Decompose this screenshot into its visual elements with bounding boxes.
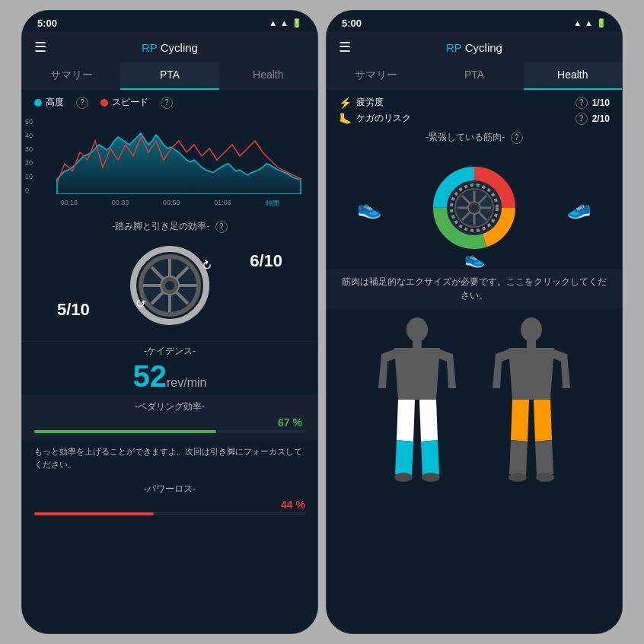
chart-y-labels: 50 40 30 20 10 0: [25, 118, 33, 194]
score-left: 5/10: [57, 300, 90, 320]
pedaling-bar-container: [34, 430, 305, 433]
fatigue-icon: ⚡: [339, 97, 352, 109]
muscle-help[interactable]: ?: [511, 132, 523, 144]
health-tip-text[interactable]: 筋肉は補足的なエクサイズが必要です。ここをクリックしてください。: [327, 269, 622, 308]
legend-altitude: 高度: [34, 96, 64, 109]
app-header-right: ☰ RP Cycling: [327, 32, 622, 62]
app-header-left: ☰ RP Cycling: [22, 32, 317, 62]
status-bar-left: 5:00 ▲ ▲ 🔋: [22, 11, 317, 32]
donut-container: 👟 👟 👟: [327, 147, 622, 269]
battery-icon: 🔋: [292, 18, 302, 28]
svg-point-28: [422, 473, 440, 482]
altitude-help[interactable]: ?: [76, 97, 88, 109]
status-bar-right: 5:00 ▲ ▲ 🔋: [327, 11, 622, 32]
legend-speed: スピード: [100, 96, 148, 109]
speed-help[interactable]: ?: [161, 97, 173, 109]
svg-point-32: [536, 473, 554, 482]
injury-help[interactable]: ?: [575, 113, 588, 125]
svg-point-25: [406, 317, 428, 342]
body-back: [482, 316, 581, 491]
tab-summary-left[interactable]: サマリー: [22, 62, 120, 90]
gear-svg: ↻ ↺: [128, 244, 212, 327]
tabs-row-left: サマリー PTA Health: [22, 62, 317, 90]
battery-icon-r: 🔋: [596, 18, 607, 28]
power-loss-label: -パワーロス-: [34, 483, 305, 496]
efficiency-title: -踏み脚と引き足の効率- ?: [34, 220, 305, 233]
injury-row: 🦶 ケガのリスク ? 2/10: [339, 112, 610, 125]
pedaling-section: -ペダリング効率- 67 %: [22, 394, 317, 439]
app-title-right: RP Cycling: [446, 41, 502, 54]
score-right: 6/10: [250, 251, 282, 271]
shoe-bottom-icon: 👟: [464, 249, 485, 269]
shoe-right-icon: 👟: [567, 196, 591, 220]
svg-rect-26: [413, 340, 422, 348]
status-time-right: 5:00: [342, 18, 362, 29]
shoe-left-icon: 👟: [357, 196, 381, 220]
svg-point-29: [521, 317, 542, 342]
cadence-label: -ケイデンス-: [34, 345, 305, 358]
tab-health-left[interactable]: Health: [219, 62, 317, 90]
fatigue-row: ⚡ 疲労度 ? 1/10: [339, 96, 610, 109]
cadence-value: 52rev/min: [34, 361, 305, 391]
legend-row: 高度 ? スピード ?: [22, 90, 317, 115]
pedaling-bar-fill: [34, 430, 216, 433]
wifi-icon: ▲: [280, 18, 289, 27]
tip-text: もっと効率を上げることができますよ。次回は引き脚にフォーカスしてください。: [22, 439, 317, 477]
rp-text-r: RP: [446, 41, 462, 54]
phone-right: 5:00 ▲ ▲ 🔋 ☰ RP Cycling サマリー PTA Health: [326, 10, 623, 634]
status-time-left: 5:00: [37, 18, 57, 29]
chart-svg: [46, 118, 311, 194]
signal-icon-r: ▲: [573, 18, 582, 27]
hamburger-menu-right[interactable]: ☰: [339, 39, 351, 56]
fatigue-value: 1/10: [592, 97, 610, 108]
svg-point-23: [471, 205, 477, 211]
power-loss-row: 44 %: [34, 499, 305, 511]
body-front: [368, 316, 467, 491]
pedaling-progress-row: 67 %: [34, 416, 305, 429]
app-title-left: RP Cycling: [142, 41, 198, 54]
injury-icon: 🦶: [339, 113, 352, 125]
power-bar-fill: [34, 512, 154, 515]
signal-icon: ▲: [269, 18, 277, 27]
cadence-section: -ケイデンス- 52rev/min: [22, 341, 317, 394]
altitude-dot: [34, 99, 42, 107]
health-content: ⚡ 疲労度 ? 1/10 🦶 ケガのリスク ? 2/10 -緊張している筋肉- …: [327, 90, 622, 633]
chart-area: 50 40 30 20 10 0: [22, 115, 317, 214]
efficiency-section: -踏み脚と引き足の効率- ? 5/10: [22, 214, 317, 341]
rp-text: RP: [142, 41, 158, 54]
power-pct: 44 %: [281, 499, 305, 511]
tab-health-right[interactable]: Health: [524, 62, 622, 90]
tabs-row-right: サマリー PTA Health: [327, 62, 622, 90]
fatigue-label: 疲労度: [356, 96, 571, 109]
svg-point-8: [165, 281, 174, 290]
svg-point-31: [509, 473, 527, 482]
status-icons-left: ▲ ▲ 🔋: [269, 18, 302, 28]
pta-content: 高度 ? スピード ? 50 40 30 20 10 0: [22, 90, 317, 633]
tab-summary-right[interactable]: サマリー: [327, 62, 425, 90]
status-icons-right: ▲ ▲ 🔋: [573, 18, 607, 28]
tab-pta-left[interactable]: PTA: [120, 62, 218, 90]
altitude-label: 高度: [46, 96, 64, 109]
chart-x-labels: 00:16 00:33 00:50 01:06 時間: [28, 197, 311, 209]
pedaling-pct: 67 %: [278, 416, 302, 429]
health-stats-row: ⚡ 疲労度 ? 1/10 🦶 ケガのリスク ? 2/10: [327, 90, 622, 128]
donut-chart: [421, 155, 528, 261]
hamburger-menu-left[interactable]: ☰: [34, 39, 46, 56]
gear-container: 5/10: [34, 236, 305, 335]
wifi-icon-r: ▲: [585, 18, 593, 27]
phones-container: 5:00 ▲ ▲ 🔋 ☰ RP Cycling サマリー PTA Health: [0, 0, 644, 644]
speed-dot: [100, 99, 108, 107]
power-bar-container: [34, 512, 305, 515]
svg-rect-30: [527, 340, 536, 348]
pedaling-label: -ペダリング効率-: [34, 400, 305, 413]
fatigue-help[interactable]: ?: [575, 97, 588, 109]
svg-point-27: [394, 473, 413, 482]
body-diagram: [327, 308, 622, 633]
tab-pta-right[interactable]: PTA: [425, 62, 523, 90]
power-loss-section: -パワーロス- 44 %: [22, 477, 317, 521]
cadence-unit: rev/min: [167, 376, 206, 389]
injury-value: 2/10: [592, 113, 610, 124]
efficiency-help[interactable]: ?: [215, 221, 228, 233]
injury-label: ケガのリスク: [356, 112, 571, 125]
muscle-title: -緊張している筋肉- ?: [327, 128, 622, 147]
